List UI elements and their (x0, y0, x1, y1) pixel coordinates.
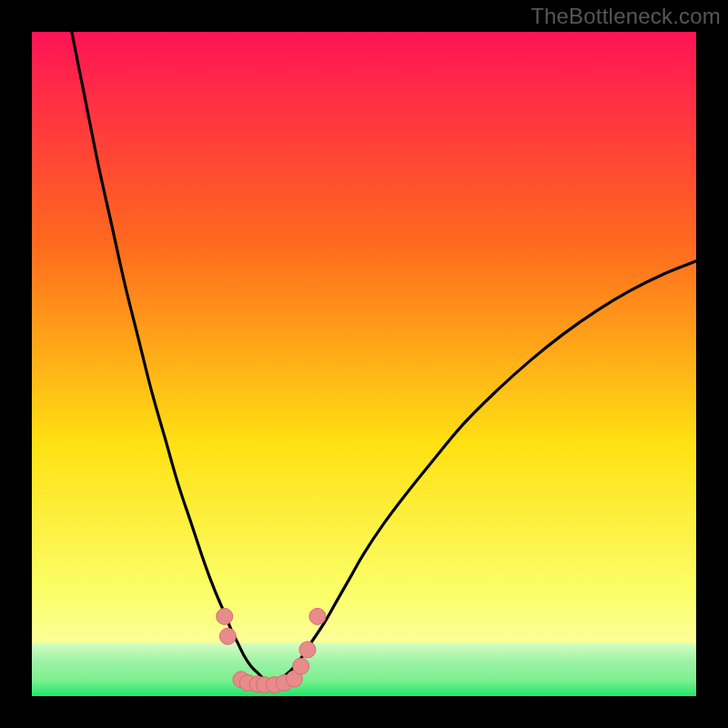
marker-point (299, 642, 316, 658)
minimum-markers (217, 608, 326, 693)
chart-stage: TheBottleneck.com (0, 0, 728, 728)
curve-right-branch (271, 261, 696, 683)
curve-left-branch (72, 32, 271, 682)
plot-area (32, 32, 696, 696)
marker-point (293, 658, 309, 674)
curve-layer (32, 32, 696, 696)
marker-point (309, 608, 326, 624)
watermark-text: TheBottleneck.com (531, 4, 721, 29)
marker-point (219, 628, 236, 644)
marker-point (217, 608, 233, 624)
